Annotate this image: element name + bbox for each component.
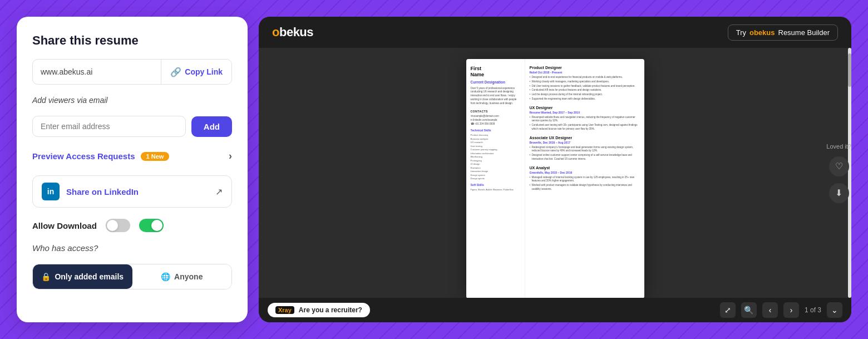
right-panel: obekus Try obekus Resume Builder FirstNa… <box>259 17 851 322</box>
resume-pd-bullet-3: Did User testing sessions to gather feed… <box>530 85 640 89</box>
resume-job-analyst-date: Greenfalls, May 2015 – Dec 2016 <box>530 171 640 174</box>
chevron-down-button[interactable]: ⌄ <box>827 302 842 318</box>
logo-area: obekus <box>272 25 313 40</box>
linkedin-icon: in <box>42 183 60 200</box>
resume-builder-label: Resume Builder <box>778 28 830 37</box>
resume-job-assoc-date: Brownfix, Dec 2016 – Aug 2017 <box>530 141 640 144</box>
resume-skill-7: Wireframing <box>471 155 520 158</box>
logo-text: obekus <box>272 25 313 40</box>
loved-it-label: Loved it? <box>826 143 851 150</box>
resume-job-ux-date: Resume Wanted, Sep 2017 – Sep 2010 <box>530 111 640 114</box>
search-button[interactable]: 🔍 <box>741 302 757 318</box>
resume-skill-10: Illustration <box>471 166 520 169</box>
page-indicator: 1 of 3 <box>805 306 821 314</box>
resume-job-ux-analyst: UX Analyst <box>530 166 640 170</box>
access-option-anyone[interactable]: 🌐 Anyone <box>132 264 232 289</box>
add-button[interactable]: Add <box>191 116 232 137</box>
access-emails-label: Only added emails <box>55 272 124 281</box>
resume-skill-1: Product discovery <box>471 134 520 136</box>
resume-pd-bullet-6: Supported the engineering team with desi… <box>530 97 640 101</box>
who-has-access-label: Who has access? <box>32 243 232 253</box>
recruiter-banner[interactable]: Xray Are you a recruiter? <box>268 303 370 317</box>
resume-email: ✉ example@domain.com <box>471 115 520 117</box>
preview-access-left: Preview Access Requests 1 New <box>32 151 169 161</box>
resume-phone: ☎ +91 204 056 0009 <box>471 122 520 125</box>
resume-skill-2: Business analysis <box>471 137 520 140</box>
resume-ux-analyst-section: UX Analyst Greenfalls, May 2015 – Dec 20… <box>530 166 640 191</box>
right-side-icons: Loved it? ♡ ⬇ <box>826 143 851 203</box>
linkedin-label: Share on LinkedIn <box>66 187 139 196</box>
resume-first-name: FirstName <box>471 66 520 78</box>
resume-summary: Over 5 years of professional experience … <box>471 87 520 106</box>
prev-page-button[interactable]: ‹ <box>762 302 778 318</box>
url-input[interactable] <box>33 67 161 76</box>
chevron-right-icon: › <box>229 150 232 162</box>
bottom-bar: Xray Are you a recruiter? ⤢ 🔍 ‹ › 1 of 3… <box>259 298 851 322</box>
bottom-controls: ⤢ 🔍 ‹ › 1 of 3 ⌄ <box>720 302 842 318</box>
copy-link-button[interactable]: 🔗 Copy Link <box>161 60 231 84</box>
resume-pd-bullet-1: Designed end-to-end experience for finan… <box>530 76 640 80</box>
allow-download-toggle-on[interactable] <box>139 219 164 232</box>
access-options: 🔒 Only added emails 🌐 Anyone <box>32 264 232 289</box>
resume-soft-skills-title: Soft Skills <box>471 183 520 186</box>
resume-skill-4: User testing <box>471 145 520 148</box>
linkedin-share-row[interactable]: in Share on LinkedIn ↗ <box>32 175 232 208</box>
download-button[interactable]: ⬇ <box>829 183 849 203</box>
resume-pd-bullet-4: Conducted A/B tests for product features… <box>530 89 640 92</box>
toggle-thumb-on <box>151 220 162 231</box>
resume-job-associate-ux: Associate UX Designer <box>530 136 640 140</box>
email-input[interactable] <box>32 116 186 137</box>
email-row: Add <box>32 116 232 137</box>
new-badge: 1 New <box>141 152 170 161</box>
resume-pd-bullet-2: Working closely with managers, marketing… <box>530 80 640 84</box>
resume-job-pd-date: Relief Oct 2018 - Present <box>530 71 640 74</box>
lock-icon: 🔒 <box>41 272 51 281</box>
resume-assoc-bullet-1: Redesigned company's homepage and lead g… <box>530 146 640 154</box>
link-icon: 🔗 <box>170 67 181 77</box>
xray-logo: Xray <box>275 306 294 314</box>
linkedin-left: in Share on LinkedIn <box>42 183 139 200</box>
resume-job-ux-designer: UX Designer <box>530 106 640 110</box>
resume-skill-12: Design system <box>471 174 520 176</box>
resume-area: FirstName Current Designation Over 5 yea… <box>259 48 851 298</box>
access-anyone-label: Anyone <box>174 272 203 281</box>
resume-assoc-bullet-2: Designed online customer support center … <box>530 154 640 161</box>
top-bar: obekus Try obekus Resume Builder <box>259 17 851 48</box>
recruiter-label: Are you a recruiter? <box>299 306 362 314</box>
allow-download-row: Allow Download <box>32 219 232 232</box>
url-row: 🔗 Copy Link <box>32 59 232 85</box>
copy-link-label: Copy Link <box>185 67 223 76</box>
resume-ux-bullet-1: Revamped website flows and navigation me… <box>530 116 640 124</box>
toggle-thumb-off <box>107 220 118 231</box>
try-resume-builder-button[interactable]: Try obekus Resume Builder <box>728 24 838 41</box>
access-option-emails[interactable]: 🔒 Only added emails <box>33 264 132 289</box>
globe-icon: 🌐 <box>161 272 170 281</box>
resume-ux-section: UX Designer Resume Wanted, Sep 2017 – Se… <box>530 106 640 131</box>
add-viewers-label: Add viewers via email <box>32 96 232 105</box>
main-layout: Share this resume 🔗 Copy Link Add viewer… <box>0 0 868 339</box>
expand-button[interactable]: ⤢ <box>720 302 736 318</box>
resume-right-col: Product Designer Relief Oct 2018 - Prese… <box>525 59 644 298</box>
resume-ux-bullet-2: Conducted user testing with 30+ particip… <box>530 124 640 131</box>
allow-download-toggle-off[interactable] <box>106 219 130 232</box>
resume-skill-3: UX research <box>471 141 520 144</box>
share-title: Share this resume <box>32 33 232 48</box>
allow-download-label: Allow Download <box>32 221 97 230</box>
resume-designation: Current Designation <box>471 80 520 84</box>
external-link-icon: ↗ <box>215 186 223 197</box>
resume-skill-8: Prototyping <box>471 159 520 162</box>
resume-analyst-bullet-2: Worked with product managers to validate… <box>530 184 640 191</box>
resume-page: FirstName Current Designation Over 5 yea… <box>466 59 644 298</box>
resume-soft-skill-1: Figma, Sketch, Adobe Illustrator, Flutte… <box>471 188 520 191</box>
try-label: Try <box>736 28 746 37</box>
heart-button[interactable]: ♡ <box>829 156 849 176</box>
next-page-button[interactable]: › <box>783 302 799 318</box>
resume-linkedin: in linkedin.com/example <box>471 119 520 121</box>
resume-skill-5: Customer journey mapping <box>471 148 520 151</box>
resume-job-product-designer: Product Designer <box>530 66 640 70</box>
resume-skill-6: Information architecture <box>471 152 520 155</box>
try-brand: obekus <box>749 28 775 37</box>
resume-pd-bullet-5: Led the design process during of the int… <box>530 93 640 97</box>
preview-access-row[interactable]: Preview Access Requests 1 New › <box>32 148 232 164</box>
resume-skills-title: Technical Skills <box>471 129 520 132</box>
